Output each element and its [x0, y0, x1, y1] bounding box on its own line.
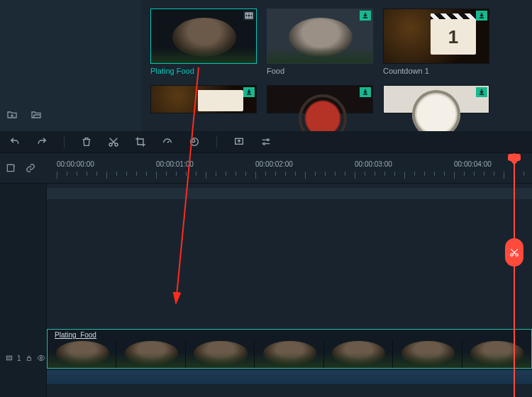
- ruler-label: 00:00:04:00: [454, 160, 492, 168]
- filmstrip-frame: [116, 340, 185, 368]
- left-sidebar: [0, 0, 142, 131]
- separator: [216, 135, 217, 148]
- filmstrip-frame: [324, 340, 393, 368]
- svg-point-6: [267, 139, 269, 141]
- svg-point-13: [516, 254, 519, 257]
- thumbnail[interactable]: [150, 85, 257, 113]
- clip-filmstrip: [48, 340, 531, 368]
- undo-icon[interactable]: [9, 135, 21, 148]
- thumbnail-label: Plating Food: [150, 67, 257, 75]
- audio-track[interactable]: [47, 370, 532, 384]
- filmstrip-frame: [462, 340, 531, 368]
- media-item[interactable]: [267, 85, 373, 113]
- editing-toolbar: [0, 131, 532, 152]
- thumbnail[interactable]: [383, 85, 489, 113]
- add-folder-icon[interactable]: [6, 108, 18, 121]
- folder-toolbar: [6, 108, 43, 121]
- track-controls: 1: [0, 340, 46, 376]
- clip-label: Plating_Food: [55, 331, 96, 339]
- scissors-icon: [509, 247, 519, 257]
- svg-point-7: [263, 142, 265, 145]
- media-row: [150, 85, 523, 113]
- playhead-line[interactable]: [514, 153, 515, 397]
- empty-track[interactable]: [47, 188, 532, 199]
- open-folder-icon[interactable]: [30, 108, 43, 121]
- redo-icon[interactable]: [35, 135, 48, 148]
- cut-icon[interactable]: [107, 135, 120, 148]
- ruler-label: 00:00:01:00: [156, 160, 194, 168]
- filmstrip-frame: [48, 340, 116, 368]
- crop-icon[interactable]: [134, 135, 147, 148]
- add-marker-icon[interactable]: [4, 162, 17, 174]
- svg-point-12: [511, 254, 514, 257]
- svg-point-2: [115, 143, 118, 146]
- download-badge-icon[interactable]: [476, 11, 487, 21]
- delete-icon[interactable]: [80, 135, 93, 148]
- thumbnail[interactable]: [267, 9, 373, 64]
- adjust-icon[interactable]: [260, 135, 272, 148]
- media-item[interactable]: [383, 85, 489, 113]
- thumbnail-label: Countdown 1: [383, 67, 489, 75]
- timeline-tracks: 1 Plating_Food: [0, 184, 532, 397]
- timeline-left-controls: [0, 153, 47, 183]
- svg-point-11: [40, 357, 42, 359]
- lock-icon[interactable]: [26, 354, 33, 362]
- filmstrip-frame: [393, 340, 462, 368]
- download-badge-icon[interactable]: [360, 11, 371, 21]
- svg-rect-9: [6, 356, 12, 360]
- svg-point-4: [192, 140, 195, 142]
- media-library: Plating Food Food 1 Countdo: [142, 0, 532, 131]
- thumbnail[interactable]: [267, 85, 373, 113]
- track-gutter: 1: [0, 184, 47, 397]
- media-item-food[interactable]: Food: [267, 9, 373, 75]
- thumbnail-label: Food: [267, 67, 373, 75]
- ruler-label: 00:00:03:00: [355, 160, 392, 168]
- filmstrip-frame: [255, 340, 323, 368]
- speed-icon[interactable]: [161, 135, 174, 148]
- split-button[interactable]: [505, 238, 523, 267]
- ruler-label: 00:00:00:00: [57, 160, 94, 168]
- countdown-number: 1: [431, 19, 476, 55]
- media-item[interactable]: [150, 85, 257, 113]
- svg-rect-8: [7, 164, 13, 171]
- download-badge-icon[interactable]: [476, 87, 487, 97]
- thumbnail[interactable]: 1: [383, 9, 489, 64]
- ruler-label: 00:00:02:00: [255, 160, 293, 168]
- color-icon[interactable]: [188, 135, 201, 148]
- filmstrip-frame: [186, 340, 255, 368]
- video-clip[interactable]: Plating_Food: [47, 329, 532, 369]
- separator: [64, 135, 65, 148]
- playhead-handle[interactable]: [508, 154, 521, 161]
- download-badge-icon[interactable]: [360, 87, 371, 97]
- media-item-countdown-1[interactable]: 1 Countdown 1: [383, 9, 489, 75]
- svg-rect-10: [27, 358, 31, 361]
- top-area: Plating Food Food 1 Countdo: [0, 0, 532, 131]
- export-frame-icon[interactable]: [233, 135, 245, 148]
- filmstrip-icon: [6, 354, 13, 362]
- svg-point-1: [109, 143, 112, 146]
- track-number: 1: [17, 354, 21, 362]
- ruler[interactable]: 00:00:00:00 00:00:01:00 00:00:02:00 00:0…: [47, 153, 532, 183]
- link-icon[interactable]: [24, 162, 37, 174]
- media-item-plating-food[interactable]: Plating Food: [150, 9, 257, 75]
- svg-rect-0: [245, 13, 253, 18]
- media-row: Plating Food Food 1 Countdo: [150, 9, 523, 75]
- filmstrip-badge-icon: [243, 11, 255, 21]
- download-badge-icon[interactable]: [243, 87, 255, 97]
- eye-icon[interactable]: [37, 354, 45, 362]
- thumbnail[interactable]: [150, 9, 257, 64]
- timeline-ruler[interactable]: 00:00:00:00 00:00:01:00 00:00:02:00 00:0…: [0, 152, 532, 184]
